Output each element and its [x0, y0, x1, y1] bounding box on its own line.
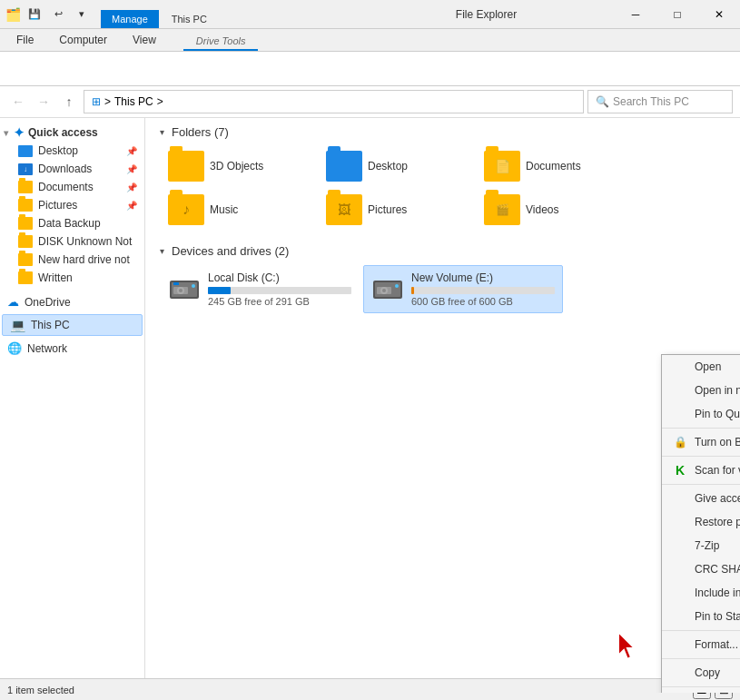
sidebar-item-desktop[interactable]: Desktop 📌	[0, 142, 144, 160]
folder-music-label: Music	[210, 203, 238, 216]
folder-item-documents[interactable]: 📄 Documents	[476, 146, 630, 186]
ctx-crc-label: CRC SHA	[695, 563, 740, 576]
back-button[interactable]: ←	[7, 91, 29, 113]
ctx-include-lib-icon	[673, 586, 687, 600]
svg-point-12	[382, 289, 386, 292]
ctx-copy[interactable]: Copy	[662, 661, 740, 685]
ctx-crc[interactable]: CRC SHA ›	[662, 557, 740, 581]
status-item-count: 1 item selected	[7, 685, 74, 695]
devices-chevron[interactable]: ▾	[160, 246, 164, 256]
ctx-include-library[interactable]: Include in library ›	[662, 581, 740, 605]
address-bar: ← → ↑ ⊞ > This PC > 🔍 Search This PC	[0, 86, 740, 118]
svg-marker-13	[618, 632, 635, 659]
main-layout: ▾ ✦ Quick access Desktop 📌 ↓ Downloads 📌…	[0, 118, 740, 693]
drive-e-bar-fill	[411, 287, 414, 294]
folder-item-videos[interactable]: 🎬 Videos	[476, 190, 630, 230]
folders-chevron[interactable]: ▾	[160, 127, 164, 137]
ctx-pin-start[interactable]: Pin to Start	[662, 605, 740, 628]
minimize-button[interactable]: ─	[615, 0, 656, 29]
ctx-format-label: Format...	[695, 638, 738, 651]
ctx-restore-label: Restore previous versions	[695, 516, 740, 528]
svg-point-9	[395, 284, 399, 288]
close-button[interactable]: ✕	[698, 0, 740, 29]
ctx-give-access-label: Give access to	[695, 492, 740, 505]
ctx-bitlocker[interactable]: 🔒Turn on BitLocker	[662, 430, 740, 454]
ctx-pin-start-label: Pin to Start	[695, 610, 740, 623]
folder-item-music[interactable]: ♪ Music	[160, 190, 314, 230]
drive-e-bar-bg	[411, 287, 555, 294]
ribbon-placeholder	[7, 64, 10, 74]
ctx-sep3	[662, 484, 740, 485]
ctx-sep2	[662, 456, 740, 457]
folder-item-pictures[interactable]: 🖼 Pictures	[318, 190, 472, 230]
pin-icon-desktop: 📌	[126, 146, 137, 156]
quick-access-section[interactable]: ▾ ✦ Quick access	[0, 122, 144, 142]
ctx-restore-versions[interactable]: Restore previous versions	[662, 510, 740, 534]
sidebar-item-newhard[interactable]: New hard drive not	[0, 251, 144, 269]
ctx-7zip-icon	[673, 538, 687, 553]
ctx-scan-viruses[interactable]: KScan for viruses	[662, 458, 740, 482]
ctx-open-new-window[interactable]: Open in new window	[662, 379, 740, 402]
sidebar-written-label: Written	[38, 271, 73, 284]
folder-desktop-label: Desktop	[368, 160, 408, 173]
ctx-format[interactable]: Format...	[662, 633, 740, 656]
folder-item-3dobjects[interactable]: 3D Objects	[160, 146, 314, 186]
folder-videos-label: Videos	[526, 203, 558, 216]
sidebar-item-disk[interactable]: DISK Unknown Not	[0, 232, 144, 251]
tab-manage[interactable]: Manage	[101, 10, 159, 28]
ctx-open-icon	[673, 360, 687, 374]
ctx-create-shortcut[interactable]: Create shortcut	[662, 689, 740, 693]
ctx-include-lib-label: Include in library	[695, 587, 740, 599]
ctx-give-access[interactable]: Give access to ›	[662, 487, 740, 510]
ribbon-tab-file[interactable]: File	[4, 29, 46, 51]
search-box[interactable]: 🔍 Search This PC	[587, 90, 733, 113]
sidebar-item-network[interactable]: 🌐 Network	[0, 339, 144, 358]
cursor	[615, 630, 642, 665]
ribbon-tab-computer[interactable]: Computer	[46, 29, 120, 51]
drive-item-c[interactable]: Local Disk (C:) 245 GB free of 291 GB	[160, 265, 360, 313]
tab-this-pc[interactable]: This PC	[161, 10, 218, 28]
qat-undo[interactable]: ↩	[48, 5, 68, 25]
ctx-pin-quick[interactable]: Pin to Quick access	[662, 402, 740, 426]
windows-icon: ⊞	[92, 95, 101, 108]
ctx-open-new-window-icon	[673, 383, 687, 398]
forward-button[interactable]: →	[33, 91, 54, 113]
address-separator: >	[104, 95, 111, 108]
sidebar-item-databackup[interactable]: Data Backup	[0, 214, 144, 232]
ctx-copy-icon	[673, 665, 687, 680]
sidebar-documents-label: Documents	[38, 181, 94, 193]
ribbon-content	[0, 52, 740, 86]
folder-3dobjects-label: 3D Objects	[210, 160, 263, 173]
sidebar-item-written[interactable]: Written	[0, 269, 144, 287]
devices-section-header: ▾ Devices and drives (2)	[160, 244, 725, 258]
ctx-7zip[interactable]: 7-Zip ›	[662, 534, 740, 557]
svg-point-5	[179, 289, 183, 292]
drive-e-icon	[371, 273, 404, 306]
up-button[interactable]: ↑	[58, 91, 80, 113]
sidebar-databackup-label: Data Backup	[38, 217, 101, 230]
drive-e-space: 600 GB free of 600 GB	[411, 296, 555, 307]
sidebar-item-onedrive[interactable]: ☁ OneDrive	[0, 292, 144, 311]
drive-c-bar-bg	[208, 287, 351, 294]
qat-dropdown[interactable]: ▾	[72, 5, 92, 25]
ribbon-tab-view[interactable]: View	[120, 29, 169, 51]
sidebar-item-documents[interactable]: Documents 📌	[0, 178, 144, 196]
sidebar-network-label: Network	[27, 342, 67, 355]
pin-icon-documents: 📌	[126, 182, 137, 192]
drive-item-e[interactable]: New Volume (E:) 600 GB free of 600 GB	[363, 265, 563, 313]
sidebar-desktop-label: Desktop	[38, 144, 78, 157]
folder-item-desktop[interactable]: Desktop	[318, 146, 472, 186]
window-title: File Explorer	[456, 8, 517, 21]
ctx-bitlocker-icon: 🔒	[673, 435, 687, 449]
qat-save[interactable]: 💾	[25, 5, 44, 25]
maximize-button[interactable]: □	[656, 0, 698, 29]
sidebar-item-downloads[interactable]: ↓ Downloads 📌	[0, 160, 144, 178]
drive-c-info: Local Disk (C:) 245 GB free of 291 GB	[208, 271, 351, 307]
title-bar: 🗂️ 💾 ↩ ▾ Manage This PC File Explorer ─ …	[0, 0, 740, 29]
folders-grid: 3D Objects Desktop 📄 Documents ♪	[160, 146, 725, 230]
ribbon-context-label: Drive Tools	[183, 31, 259, 51]
address-path[interactable]: ⊞ > This PC >	[84, 90, 584, 113]
ctx-open[interactable]: Open	[662, 355, 740, 379]
sidebar-item-pictures[interactable]: Pictures 📌	[0, 196, 144, 214]
sidebar-item-thispc[interactable]: 💻 This PC	[2, 314, 143, 336]
